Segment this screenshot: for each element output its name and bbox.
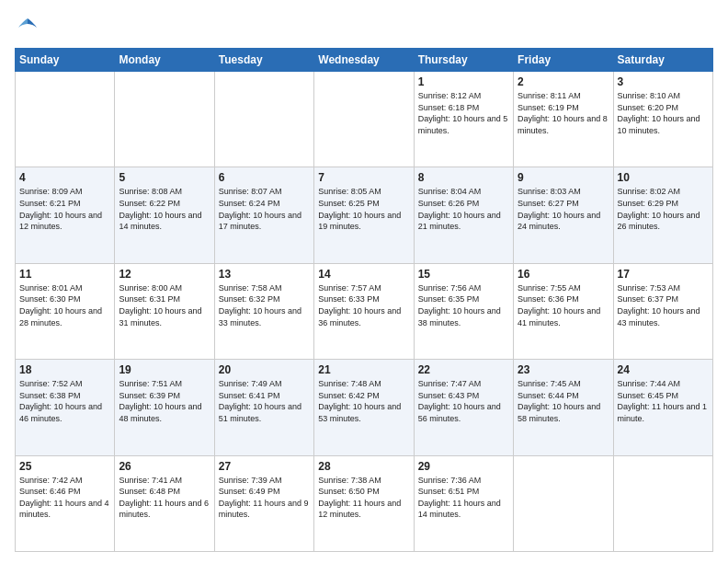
- calendar-cell: 11Sunrise: 8:01 AM Sunset: 6:30 PM Dayli…: [16, 263, 115, 359]
- weekday-header-wednesday: Wednesday: [314, 49, 414, 72]
- day-number: 14: [318, 268, 409, 281]
- day-number: 9: [518, 171, 609, 184]
- day-number: 28: [318, 460, 409, 473]
- calendar-cell: 10Sunrise: 8:02 AM Sunset: 6:29 PM Dayli…: [613, 167, 712, 263]
- day-info: Sunrise: 8:03 AM Sunset: 6:27 PM Dayligh…: [518, 186, 609, 232]
- calendar-cell: [16, 72, 115, 167]
- day-number: 5: [119, 171, 210, 184]
- day-info: Sunrise: 8:12 AM Sunset: 6:18 PM Dayligh…: [418, 90, 509, 136]
- day-number: 4: [19, 171, 110, 184]
- calendar-cell: 20Sunrise: 7:49 AM Sunset: 6:41 PM Dayli…: [214, 360, 313, 455]
- calendar-cell: 18Sunrise: 7:52 AM Sunset: 6:38 PM Dayli…: [16, 360, 115, 455]
- day-info: Sunrise: 8:10 AM Sunset: 6:20 PM Dayligh…: [618, 90, 709, 136]
- day-info: Sunrise: 7:57 AM Sunset: 6:33 PM Dayligh…: [318, 282, 409, 328]
- day-number: 7: [318, 171, 409, 184]
- calendar-cell: 16Sunrise: 7:55 AM Sunset: 6:36 PM Dayli…: [514, 263, 613, 359]
- day-info: Sunrise: 7:44 AM Sunset: 6:45 PM Dayligh…: [618, 378, 709, 424]
- day-info: Sunrise: 7:45 AM Sunset: 6:44 PM Dayligh…: [518, 378, 609, 424]
- calendar-cell: [115, 72, 214, 167]
- calendar-week-row: 18Sunrise: 7:52 AM Sunset: 6:38 PM Dayli…: [16, 360, 713, 455]
- weekday-header-saturday: Saturday: [613, 49, 712, 72]
- day-number: 3: [618, 75, 709, 88]
- day-number: 29: [418, 460, 509, 473]
- calendar-cell: 7Sunrise: 8:05 AM Sunset: 6:25 PM Daylig…: [314, 167, 414, 263]
- calendar-cell: 6Sunrise: 8:07 AM Sunset: 6:24 PM Daylig…: [214, 167, 313, 263]
- calendar-cell: 26Sunrise: 7:41 AM Sunset: 6:48 PM Dayli…: [115, 455, 214, 551]
- day-info: Sunrise: 7:47 AM Sunset: 6:43 PM Dayligh…: [418, 378, 509, 424]
- day-number: 12: [119, 268, 210, 281]
- calendar-cell: 28Sunrise: 7:38 AM Sunset: 6:50 PM Dayli…: [314, 455, 414, 551]
- calendar-table: SundayMondayTuesdayWednesdayThursdayFrid…: [15, 48, 713, 552]
- weekday-header-tuesday: Tuesday: [214, 49, 313, 72]
- calendar-cell: [314, 72, 414, 167]
- calendar-cell: 29Sunrise: 7:36 AM Sunset: 6:51 PM Dayli…: [414, 455, 513, 551]
- calendar-cell: 17Sunrise: 7:53 AM Sunset: 6:37 PM Dayli…: [613, 263, 712, 359]
- day-number: 21: [318, 363, 409, 376]
- day-number: 19: [119, 363, 210, 376]
- weekday-header-row: SundayMondayTuesdayWednesdayThursdayFrid…: [16, 49, 713, 72]
- day-info: Sunrise: 8:08 AM Sunset: 6:22 PM Dayligh…: [119, 186, 210, 232]
- day-info: Sunrise: 8:00 AM Sunset: 6:31 PM Dayligh…: [119, 282, 210, 328]
- day-info: Sunrise: 8:07 AM Sunset: 6:24 PM Dayligh…: [219, 186, 310, 232]
- day-number: 17: [618, 268, 709, 281]
- weekday-header-thursday: Thursday: [414, 49, 513, 72]
- calendar-cell: 12Sunrise: 8:00 AM Sunset: 6:31 PM Dayli…: [115, 263, 214, 359]
- calendar-week-row: 25Sunrise: 7:42 AM Sunset: 6:46 PM Dayli…: [16, 455, 713, 551]
- day-info: Sunrise: 7:51 AM Sunset: 6:39 PM Dayligh…: [119, 378, 210, 424]
- day-info: Sunrise: 7:38 AM Sunset: 6:50 PM Dayligh…: [318, 475, 409, 521]
- day-number: 1: [418, 75, 509, 88]
- calendar-cell: 8Sunrise: 8:04 AM Sunset: 6:26 PM Daylig…: [414, 167, 513, 263]
- day-info: Sunrise: 8:02 AM Sunset: 6:29 PM Dayligh…: [618, 186, 709, 232]
- weekday-header-monday: Monday: [115, 49, 214, 72]
- day-number: 16: [518, 268, 609, 281]
- day-info: Sunrise: 7:48 AM Sunset: 6:42 PM Dayligh…: [318, 378, 409, 424]
- calendar-cell: [214, 72, 313, 167]
- day-info: Sunrise: 7:49 AM Sunset: 6:41 PM Dayligh…: [219, 378, 310, 424]
- day-number: 6: [219, 171, 310, 184]
- day-number: 10: [618, 171, 709, 184]
- day-info: Sunrise: 8:09 AM Sunset: 6:21 PM Dayligh…: [19, 186, 110, 232]
- day-info: Sunrise: 7:39 AM Sunset: 6:49 PM Dayligh…: [219, 475, 310, 521]
- calendar-cell: 4Sunrise: 8:09 AM Sunset: 6:21 PM Daylig…: [16, 167, 115, 263]
- day-number: 18: [19, 363, 110, 376]
- calendar-week-row: 11Sunrise: 8:01 AM Sunset: 6:30 PM Dayli…: [16, 263, 713, 359]
- calendar-cell: [613, 455, 712, 551]
- day-info: Sunrise: 8:11 AM Sunset: 6:19 PM Dayligh…: [518, 90, 609, 136]
- day-number: 23: [518, 363, 609, 376]
- day-number: 13: [219, 268, 310, 281]
- logo-icon: [15, 15, 40, 40]
- day-info: Sunrise: 7:36 AM Sunset: 6:51 PM Dayligh…: [418, 475, 509, 521]
- day-number: 24: [618, 363, 709, 376]
- calendar-cell: 22Sunrise: 7:47 AM Sunset: 6:43 PM Dayli…: [414, 360, 513, 455]
- page: SundayMondayTuesdayWednesdayThursdayFrid…: [0, 0, 728, 563]
- day-number: 2: [518, 75, 609, 88]
- logo: [15, 15, 44, 40]
- calendar-cell: 15Sunrise: 7:56 AM Sunset: 6:35 PM Dayli…: [414, 263, 513, 359]
- day-number: 11: [19, 268, 110, 281]
- day-number: 8: [418, 171, 509, 184]
- calendar-cell: 2Sunrise: 8:11 AM Sunset: 6:19 PM Daylig…: [514, 72, 613, 167]
- day-info: Sunrise: 7:41 AM Sunset: 6:48 PM Dayligh…: [119, 475, 210, 521]
- calendar-week-row: 4Sunrise: 8:09 AM Sunset: 6:21 PM Daylig…: [16, 167, 713, 263]
- weekday-header-friday: Friday: [514, 49, 613, 72]
- calendar-cell: 25Sunrise: 7:42 AM Sunset: 6:46 PM Dayli…: [16, 455, 115, 551]
- calendar-cell: 19Sunrise: 7:51 AM Sunset: 6:39 PM Dayli…: [115, 360, 214, 455]
- day-number: 22: [418, 363, 509, 376]
- calendar-cell: 21Sunrise: 7:48 AM Sunset: 6:42 PM Dayli…: [314, 360, 414, 455]
- calendar-cell: [514, 455, 613, 551]
- calendar-cell: 23Sunrise: 7:45 AM Sunset: 6:44 PM Dayli…: [514, 360, 613, 455]
- calendar-cell: 24Sunrise: 7:44 AM Sunset: 6:45 PM Dayli…: [613, 360, 712, 455]
- calendar-cell: 1Sunrise: 8:12 AM Sunset: 6:18 PM Daylig…: [414, 72, 513, 167]
- day-info: Sunrise: 8:04 AM Sunset: 6:26 PM Dayligh…: [418, 186, 509, 232]
- day-info: Sunrise: 8:01 AM Sunset: 6:30 PM Dayligh…: [19, 282, 110, 328]
- day-number: 26: [119, 460, 210, 473]
- day-info: Sunrise: 8:05 AM Sunset: 6:25 PM Dayligh…: [318, 186, 409, 232]
- day-number: 25: [19, 460, 110, 473]
- day-number: 15: [418, 268, 509, 281]
- day-info: Sunrise: 7:56 AM Sunset: 6:35 PM Dayligh…: [418, 282, 509, 328]
- day-info: Sunrise: 7:53 AM Sunset: 6:37 PM Dayligh…: [618, 282, 709, 328]
- calendar-week-row: 1Sunrise: 8:12 AM Sunset: 6:18 PM Daylig…: [16, 72, 713, 167]
- calendar-cell: 9Sunrise: 8:03 AM Sunset: 6:27 PM Daylig…: [514, 167, 613, 263]
- day-info: Sunrise: 7:52 AM Sunset: 6:38 PM Dayligh…: [19, 378, 110, 424]
- day-info: Sunrise: 7:42 AM Sunset: 6:46 PM Dayligh…: [19, 475, 110, 521]
